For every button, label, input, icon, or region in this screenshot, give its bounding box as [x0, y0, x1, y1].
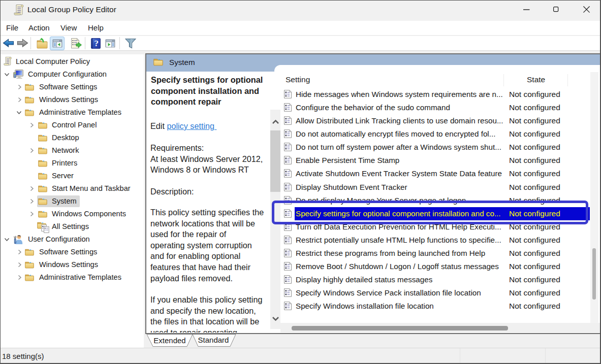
svg-text:Extended: Extended — [153, 336, 185, 345]
svg-text:Standard: Standard — [198, 336, 229, 344]
